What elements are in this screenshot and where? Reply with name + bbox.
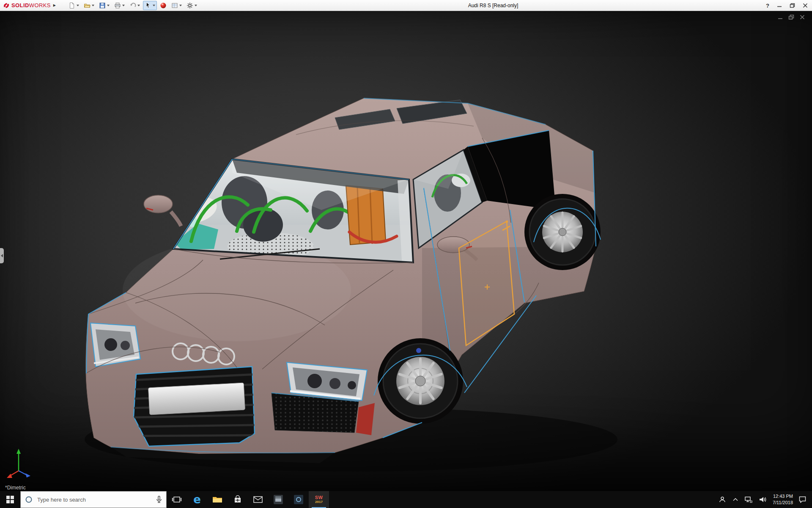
mail-button[interactable]: [248, 491, 268, 508]
mail-icon: [253, 496, 263, 503]
close-button[interactable]: [803, 3, 808, 8]
taskbar-clock[interactable]: 12:43 PM 7/11/2018: [773, 493, 793, 506]
chevron-up-icon: [733, 498, 738, 501]
network-button[interactable]: [744, 491, 753, 508]
action-center-button[interactable]: [798, 491, 807, 508]
search-input[interactable]: [36, 496, 152, 503]
people-icon: [719, 496, 726, 503]
app-titlebar: SOLIDWORKS ▶: [0, 0, 812, 11]
car-model[interactable]: [86, 98, 601, 463]
document-window-controls: [777, 14, 805, 20]
minimize-button[interactable]: [777, 3, 782, 8]
action-center-icon: [799, 496, 806, 503]
pinned-app-icon-1: [274, 495, 283, 504]
dropdown-arrow[interactable]: [122, 5, 125, 6]
brand-solid: SOLID: [11, 2, 29, 8]
file-explorer-button[interactable]: [207, 491, 228, 508]
undo-button[interactable]: [128, 1, 142, 10]
doc-restore-button[interactable]: [788, 14, 794, 20]
orientation-triad: [3, 446, 34, 481]
cortana-icon: [25, 496, 33, 503]
print-icon: [114, 2, 121, 9]
window-controls: ?: [758, 0, 812, 11]
license-plate: [148, 383, 245, 415]
main-toolbar: [67, 1, 199, 10]
restore-icon: [790, 3, 795, 8]
dropdown-arrow[interactable]: [153, 5, 155, 6]
solidworks-logo: SOLIDWORKS: [0, 2, 51, 9]
solidworks-app-icon: SW 2017: [315, 495, 323, 504]
pinned-app-button-2[interactable]: [288, 491, 309, 508]
print-button[interactable]: [112, 1, 126, 10]
close-icon: [803, 3, 808, 8]
minimize-icon: [777, 3, 782, 8]
start-button[interactable]: [0, 491, 20, 508]
dropdown-arrow[interactable]: [137, 5, 140, 6]
hidden-icons-button[interactable]: [732, 491, 739, 508]
volume-icon: [759, 497, 767, 502]
front-grille[interactable]: [131, 367, 258, 446]
save-button[interactable]: [97, 1, 111, 10]
toolbar-flyout-arrow[interactable]: ▶: [53, 3, 56, 7]
appearance-button[interactable]: [158, 1, 168, 10]
windows-logo-icon: [6, 496, 14, 503]
dropdown-arrow[interactable]: [92, 5, 94, 6]
task-view-button[interactable]: [167, 491, 187, 508]
microphone-icon[interactable]: [156, 496, 162, 503]
screen: { "titlebar": { "brand": { "solid": "SOL…: [0, 0, 812, 508]
appearance-sphere-icon: [160, 2, 167, 9]
sheet-format-button[interactable]: [170, 1, 184, 10]
brand-works: WORKS: [29, 2, 51, 8]
dropdown-arrow[interactable]: [77, 5, 79, 6]
store-button[interactable]: [228, 491, 248, 508]
select-tool-button[interactable]: [143, 1, 157, 10]
people-button[interactable]: [718, 491, 727, 508]
system-tray: 12:43 PM 7/11/2018: [715, 491, 812, 508]
new-document-button[interactable]: [67, 1, 81, 10]
dropdown-arrow[interactable]: [107, 5, 110, 6]
left-headlight[interactable]: [91, 323, 140, 367]
model-canvas[interactable]: [0, 11, 812, 491]
save-icon: [99, 2, 106, 9]
windows-taskbar: e SW: [0, 491, 812, 508]
edge-icon: e: [193, 494, 201, 505]
view-orientation-label: *Dimetric: [5, 485, 26, 491]
solidworks-taskbar-button[interactable]: SW 2017: [309, 491, 329, 508]
dropdown-arrow[interactable]: [195, 5, 197, 6]
store-icon: [233, 495, 242, 504]
file-explorer-icon: [212, 496, 222, 503]
left-mirror[interactable]: [144, 195, 181, 226]
window-title: Audi R8 S [Read-only]: [468, 3, 518, 8]
sheet-format-icon: [171, 2, 178, 9]
doc-close-button[interactable]: [799, 14, 805, 20]
pinned-app-button-1[interactable]: [268, 491, 288, 508]
solidworks-icon-letters: SW: [315, 495, 323, 500]
edge-button[interactable]: e: [187, 491, 207, 508]
gear-icon: [187, 2, 193, 9]
taskbar-search[interactable]: [20, 491, 167, 508]
doc-minimize-button[interactable]: [777, 14, 783, 20]
rear-wheel[interactable]: [524, 194, 601, 270]
volume-button[interactable]: [758, 491, 768, 508]
dropdown-arrow[interactable]: [179, 5, 182, 6]
pinned-app-icon-2: [294, 495, 303, 504]
task-view-icon: [172, 496, 182, 503]
undo-icon: [129, 2, 136, 9]
solidworks-logo-icon: [3, 2, 10, 9]
help-button[interactable]: ?: [766, 3, 769, 9]
open-folder-icon: [84, 2, 91, 9]
doc-minimize-icon: [777, 14, 783, 20]
graphics-viewport[interactable]: *Dimetric: [0, 11, 812, 491]
front-wheel[interactable]: [378, 338, 463, 424]
brake-caliper: [416, 348, 421, 353]
doc-close-icon: [799, 14, 805, 20]
open-button[interactable]: [82, 1, 96, 10]
new-document-icon: [69, 2, 75, 9]
solidworks-icon-year: 2017: [315, 500, 323, 504]
options-button[interactable]: [185, 1, 199, 10]
feature-panel-collapse-tab[interactable]: [0, 248, 4, 263]
network-icon: [745, 497, 752, 503]
clock-time: 12:43 PM: [773, 493, 793, 500]
restore-button[interactable]: [790, 3, 795, 8]
clock-date: 7/11/2018: [773, 500, 793, 506]
